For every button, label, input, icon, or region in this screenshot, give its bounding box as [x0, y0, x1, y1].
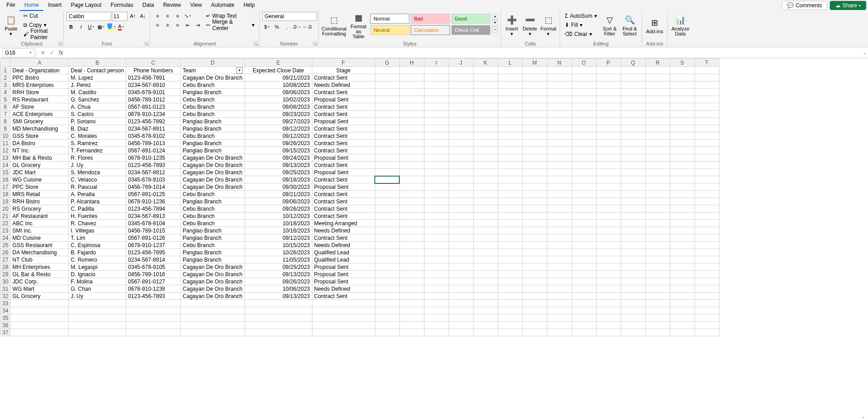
cell-L12[interactable] [498, 147, 522, 154]
col-header-I[interactable]: I [424, 59, 449, 67]
cell-K29[interactable] [473, 271, 498, 278]
cell-A4[interactable]: RRH Store [10, 89, 69, 96]
cell-Q21[interactable] [621, 213, 645, 220]
cell-E9[interactable]: 09/12/2023 [245, 125, 312, 132]
cell-I28[interactable] [424, 263, 449, 271]
format-painter-button[interactable]: 🖌Format Painter [21, 30, 61, 38]
cell-A31[interactable]: WG Mart [10, 285, 69, 293]
cell-D27[interactable]: Panglao Branch [181, 256, 245, 263]
cell-S8[interactable] [670, 118, 694, 125]
cell-F32[interactable]: Contract Sent [312, 293, 375, 300]
cell-T23[interactable] [694, 227, 719, 234]
cell-M6[interactable] [522, 103, 547, 111]
cell-I24[interactable] [424, 234, 449, 242]
row-header-3[interactable]: 3 [0, 81, 10, 89]
cell-C11[interactable]: 0456-789-1013 [126, 140, 181, 147]
cell-J1[interactable] [449, 67, 473, 74]
row-header-29[interactable]: 29 [0, 271, 10, 278]
cell-T18[interactable] [694, 191, 719, 198]
cell-R8[interactable] [645, 118, 670, 125]
cell-T2[interactable] [694, 74, 719, 81]
menu-data[interactable]: Data [138, 0, 158, 11]
cell-P18[interactable] [596, 191, 621, 198]
cell-F26[interactable]: Qualified Lead [312, 249, 375, 256]
cell-N8[interactable] [547, 118, 572, 125]
cell-F27[interactable]: Qualified Lead [312, 256, 375, 263]
cell-B16[interactable]: C. Velasco [69, 176, 126, 183]
cell-R19[interactable] [645, 198, 670, 205]
percent-button[interactable]: % [272, 23, 281, 31]
cell-S3[interactable] [670, 81, 694, 89]
cell-T25[interactable] [694, 242, 719, 249]
decrease-indent-button[interactable]: ⇤ [183, 21, 192, 29]
cell-I21[interactable] [424, 213, 449, 220]
cell-E5[interactable]: 10/02/2023 [245, 96, 312, 103]
delete-cells-button[interactable]: ➖Delete▾ [522, 12, 538, 39]
cell-O19[interactable] [572, 198, 596, 205]
cell-T34[interactable] [694, 307, 719, 314]
cell-K10[interactable] [473, 132, 498, 140]
row-header-31[interactable]: 31 [0, 285, 10, 293]
cell-S17[interactable] [670, 183, 694, 191]
merge-center-button[interactable]: ⇿Merge & Center ▾ [204, 21, 256, 29]
cell-O27[interactable] [572, 256, 596, 263]
cell-C18[interactable]: 0567-891-0125 [126, 191, 181, 198]
cell-Q33[interactable] [621, 300, 645, 307]
cell-I19[interactable] [424, 198, 449, 205]
cell-C1[interactable]: Phone Numbers [126, 67, 181, 74]
cell-J6[interactable] [449, 103, 473, 111]
cut-button[interactable]: ✂Cut [21, 12, 61, 20]
cell-I16[interactable] [424, 176, 449, 183]
cell-P37[interactable] [596, 329, 621, 336]
cell-H12[interactable] [399, 147, 424, 154]
cell-C17[interactable]: 0456-789-1014 [126, 183, 181, 191]
cell-P14[interactable] [596, 162, 621, 169]
row-header-12[interactable]: 12 [0, 147, 10, 154]
cell-A35[interactable] [10, 314, 69, 322]
cell-M18[interactable] [522, 191, 547, 198]
cell-C19[interactable]: 0678-910-1236 [126, 198, 181, 205]
row-header-28[interactable]: 28 [0, 263, 10, 271]
row-header-27[interactable]: 27 [0, 256, 10, 263]
cell-C23[interactable]: 0456-789-1015 [126, 227, 181, 234]
cell-S28[interactable] [670, 263, 694, 271]
cell-M25[interactable] [522, 242, 547, 249]
cell-F14[interactable]: Contract Sent [312, 162, 375, 169]
cell-Q8[interactable] [621, 118, 645, 125]
fill-color-button[interactable]: 🪣 [107, 23, 116, 31]
cell-H31[interactable] [399, 285, 424, 293]
cell-N28[interactable] [547, 263, 572, 271]
cell-O11[interactable] [572, 140, 596, 147]
cell-J34[interactable] [449, 307, 473, 314]
cell-L7[interactable] [498, 111, 522, 118]
spreadsheet-grid[interactable]: ABCDEFGHIJKLMNOPQRST1Deal - Organization… [0, 58, 868, 420]
cell-F37[interactable] [312, 329, 375, 336]
cell-E24[interactable]: 09/12/2023 [245, 234, 312, 242]
cell-O30[interactable] [572, 278, 596, 285]
cell-P36[interactable] [596, 322, 621, 329]
cell-J8[interactable] [449, 118, 473, 125]
filter-button-D[interactable]: ▾ [236, 67, 243, 74]
cell-B36[interactable] [69, 322, 126, 329]
cell-I3[interactable] [424, 81, 449, 89]
cell-I5[interactable] [424, 96, 449, 103]
cell-F17[interactable]: Proposal Sent [312, 183, 375, 191]
cell-C22[interactable]: 0345-678-9104 [126, 220, 181, 227]
cell-Q23[interactable] [621, 227, 645, 234]
cell-F21[interactable]: Contract Sent [312, 213, 375, 220]
col-header-N[interactable]: N [547, 59, 572, 67]
cell-C30[interactable]: 0567-891-0127 [126, 278, 181, 285]
cell-L20[interactable] [498, 205, 522, 213]
italic-button[interactable]: I [77, 23, 86, 31]
cell-N18[interactable] [547, 191, 572, 198]
cell-M33[interactable] [522, 300, 547, 307]
cell-F6[interactable]: Contract Sent [312, 103, 375, 111]
cell-O18[interactable] [572, 191, 596, 198]
cell-I34[interactable] [424, 307, 449, 314]
cell-R4[interactable] [645, 89, 670, 96]
cell-T35[interactable] [694, 314, 719, 322]
cell-G21[interactable] [375, 213, 399, 220]
cell-E22[interactable]: 10/18/2023 [245, 220, 312, 227]
cell-M12[interactable] [522, 147, 547, 154]
col-header-K[interactable]: K [473, 59, 498, 67]
